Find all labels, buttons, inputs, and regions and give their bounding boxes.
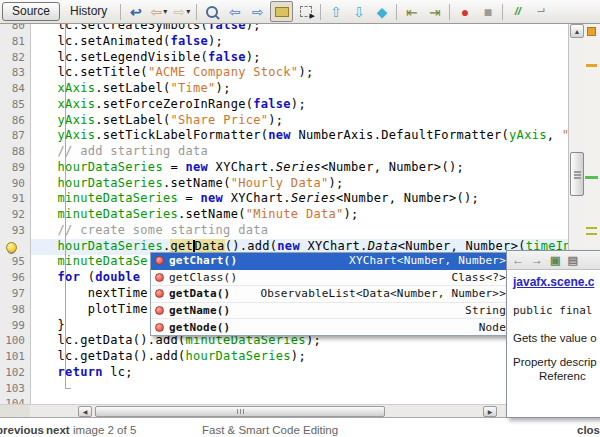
code-token: hourDataSeries bbox=[186, 349, 291, 363]
code-line[interactable]: xAxis.setForceZeroInRange(false); bbox=[35, 97, 568, 113]
find-selection-icon[interactable] bbox=[201, 2, 222, 21]
next-bookmark-icon[interactable]: ⇩ bbox=[348, 2, 369, 21]
warning-status-box[interactable] bbox=[587, 27, 596, 36]
find-next-occurrence-icon[interactable]: ⇨ bbox=[247, 2, 268, 21]
dropdown-caret-icon[interactable]: ▾ bbox=[163, 7, 167, 16]
code-token: hourDataSeries bbox=[58, 160, 163, 174]
completion-item-getdata[interactable]: getData()ObservableList<Data<Number, Num… bbox=[151, 286, 511, 303]
magnifier-shape bbox=[206, 6, 218, 18]
code-token: new bbox=[201, 191, 224, 205]
completion-item-getclass[interactable]: getClass()Class<?> bbox=[151, 270, 511, 287]
code-token: yAxis bbox=[58, 113, 96, 127]
toggle-bookmark-icon-glyph: ◆ bbox=[376, 5, 387, 19]
completion-item-getchart[interactable]: getChart()XYChart<Number, Number> bbox=[151, 253, 511, 270]
line-number: 80 bbox=[0, 24, 30, 34]
forward-icon[interactable]: ⇨▾ bbox=[171, 2, 192, 21]
stop-macro-recording-icon[interactable]: ■ bbox=[477, 2, 498, 21]
code-token: lc.getData().add( bbox=[35, 349, 186, 363]
code-line[interactable]: minuteDataSeries = new XYChart.Series<Nu… bbox=[35, 191, 568, 207]
line-number: 85 bbox=[0, 97, 30, 113]
hint-lightbulb-icon[interactable] bbox=[6, 242, 17, 253]
completion-item-getname[interactable]: getName()String bbox=[151, 303, 511, 320]
scroll-right-button[interactable]: ▶ bbox=[483, 406, 497, 417]
code-token: "Share Price" bbox=[170, 113, 268, 127]
last-edit-location-icon[interactable]: ↩ bbox=[125, 2, 146, 21]
code-line[interactable] bbox=[35, 381, 568, 397]
toggle-highlight-search-icon[interactable] bbox=[270, 1, 293, 22]
method-icon bbox=[155, 289, 164, 298]
method-icon bbox=[155, 256, 164, 265]
vertical-scrollbar-thumb[interactable] bbox=[570, 152, 584, 196]
dropdown-caret-icon[interactable]: ▾ bbox=[186, 7, 190, 16]
copy-doc-icon[interactable]: ▤ bbox=[567, 255, 577, 266]
code-line[interactable]: lc.setTitle("ACME Company Stock"); bbox=[35, 65, 568, 81]
javadoc-class-link[interactable]: javafx.scene.c bbox=[513, 275, 594, 289]
code-line[interactable]: lc.setAnimated(false); bbox=[35, 34, 568, 50]
warning-mark[interactable] bbox=[586, 227, 597, 229]
code-token: lc.setTitle( bbox=[35, 65, 148, 79]
back-icon[interactable]: ⇦▾ bbox=[148, 2, 169, 21]
code-token bbox=[35, 270, 58, 284]
code-token: <Number, Number>(); bbox=[336, 191, 479, 205]
start-macro-recording-icon[interactable]: ● bbox=[454, 2, 475, 21]
close-link[interactable]: close bbox=[577, 424, 600, 436]
code-token bbox=[35, 128, 58, 142]
scroll-left-button[interactable]: ◀ bbox=[78, 406, 92, 417]
horizontal-scrollbar[interactable]: ◀ ▶ bbox=[0, 404, 506, 418]
completion-label: getChart() bbox=[169, 254, 237, 267]
code-line[interactable]: hourDataSeries = new XYChart.Series<Numb… bbox=[35, 160, 568, 176]
code-line[interactable]: // add starting data bbox=[35, 144, 568, 160]
line-number: 82 bbox=[0, 50, 30, 66]
line-number: 83 bbox=[0, 65, 30, 81]
code-line[interactable]: return lc; bbox=[35, 365, 568, 381]
code-token: XYChart. bbox=[223, 191, 291, 205]
line-number: 100 bbox=[0, 333, 30, 349]
code-token: // create some starting data bbox=[35, 223, 268, 237]
code-line[interactable]: xAxis.setLabel("Time"); bbox=[35, 81, 568, 97]
doc-description: Gets the value o bbox=[513, 332, 600, 344]
doc-forward-icon[interactable]: → bbox=[531, 254, 543, 266]
line-number: 96 bbox=[0, 270, 30, 286]
code-token: minuteDataSeries bbox=[58, 207, 178, 221]
warning-mark[interactable] bbox=[586, 64, 597, 67]
code-line[interactable]: hourDataSeries.setName("Hourly Data"); bbox=[35, 176, 568, 192]
highlighter-shape bbox=[275, 7, 289, 17]
code-line[interactable]: minuteDataSeries.setName("Minute Data"); bbox=[35, 207, 568, 223]
caret-position-mark[interactable] bbox=[585, 176, 598, 179]
completion-item-getnode[interactable]: getNode()Node bbox=[151, 319, 511, 335]
uncomment-icon[interactable]: ⌐ bbox=[530, 2, 551, 21]
code-pane[interactable]: lc.setCreateSymbols(false); lc.setAnimat… bbox=[31, 24, 568, 404]
previous-bookmark-icon[interactable]: ⇧ bbox=[325, 2, 346, 21]
code-line[interactable]: yAxis.setTickLabelFormatter(new NumberAx… bbox=[35, 128, 568, 144]
horizontal-scrollbar-thumb[interactable] bbox=[95, 406, 385, 417]
code-line[interactable]: yAxis.setLabel("Share Price"); bbox=[35, 113, 568, 129]
shift-line-right-icon[interactable]: ⇥ bbox=[424, 2, 445, 21]
completion-label: getName() bbox=[169, 304, 230, 317]
code-token: lc.setAnimated( bbox=[35, 34, 170, 48]
doc-back-icon[interactable]: ← bbox=[512, 254, 524, 266]
find-previous-occurrence-icon[interactable]: ⇦ bbox=[224, 2, 245, 21]
next-image-link[interactable]: next bbox=[46, 424, 70, 436]
line-number: 101 bbox=[0, 349, 30, 365]
completion-return-type: String bbox=[457, 304, 506, 317]
code-line[interactable]: lc.setLegendVisible(false); bbox=[35, 50, 568, 66]
previous-image-link[interactable]: previous bbox=[0, 424, 44, 436]
code-token bbox=[35, 365, 58, 379]
code-line[interactable]: lc.getData().add(hourDataSeries); bbox=[35, 349, 568, 365]
code-line[interactable]: // create some starting data bbox=[35, 223, 568, 239]
history-tab-button[interactable]: History bbox=[60, 3, 117, 20]
comment-icon[interactable]: // bbox=[507, 2, 528, 21]
code-token bbox=[35, 191, 58, 205]
source-tab-button[interactable]: Source bbox=[2, 2, 60, 21]
toggle-rectangular-selection-icon[interactable] bbox=[295, 2, 316, 21]
show-in-browser-icon[interactable]: ▣ bbox=[550, 255, 560, 266]
scroll-up-button[interactable]: ▲ bbox=[570, 24, 584, 38]
toggle-bookmark-icon[interactable]: ◆ bbox=[371, 2, 392, 21]
uncomment-icon-glyph: ⌐ bbox=[537, 5, 545, 19]
code-line[interactable]: lc.setCreateSymbols(false); bbox=[35, 24, 568, 34]
shift-line-left-icon[interactable]: ⇤ bbox=[401, 2, 422, 21]
javadoc-toolbar: ← → ▣ ▤ bbox=[507, 251, 600, 270]
code-line[interactable] bbox=[35, 396, 568, 404]
warning-mark[interactable] bbox=[586, 233, 597, 235]
code-token: lc.setCreateSymbols( bbox=[35, 24, 208, 32]
